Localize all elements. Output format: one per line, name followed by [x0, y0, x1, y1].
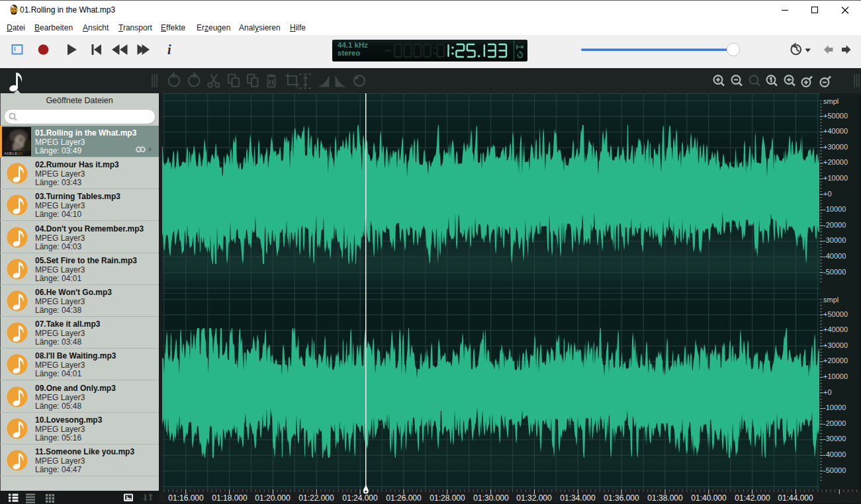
svg-text:-30000: -30000 — [823, 435, 846, 442]
svg-text:+30000: +30000 — [823, 341, 848, 349]
svg-text:-30000: -30000 — [823, 236, 846, 244]
svg-text:-10000: -10000 — [823, 205, 846, 213]
svg-text:+40000: +40000 — [823, 325, 848, 333]
svg-text:stereo: stereo — [338, 49, 361, 57]
svg-text:smpl: smpl — [823, 97, 838, 105]
svg-text:+0: +0 — [823, 190, 832, 198]
svg-text:44.1 kHz: 44.1 kHz — [338, 41, 368, 49]
svg-text:+20000: +20000 — [823, 158, 848, 166]
svg-text:-40000: -40000 — [823, 252, 846, 260]
svg-text:+20000: +20000 — [823, 357, 848, 364]
svg-text:-20000: -20000 — [823, 419, 846, 427]
svg-text:-50000: -50000 — [823, 268, 846, 276]
svg-text:+0: +0 — [823, 388, 832, 396]
svg-text:+50000: +50000 — [823, 112, 848, 120]
svg-text:+10000: +10000 — [823, 174, 848, 182]
svg-text:+40000: +40000 — [823, 127, 848, 135]
svg-text:-50000: -50000 — [823, 466, 846, 474]
svg-text:21: 21 — [18, 151, 23, 155]
svg-text:smpl: smpl — [823, 296, 838, 304]
svg-text:i: i — [167, 42, 171, 57]
svg-text:+10000: +10000 — [823, 372, 848, 380]
svg-text:-40000: -40000 — [823, 450, 846, 458]
svg-text:ADELE: ADELE — [4, 151, 17, 155]
svg-text:-10000: -10000 — [823, 403, 846, 411]
svg-text:+30000: +30000 — [823, 143, 848, 151]
svg-text:+50000: +50000 — [823, 310, 848, 318]
svg-text:-20000: -20000 — [823, 221, 846, 229]
